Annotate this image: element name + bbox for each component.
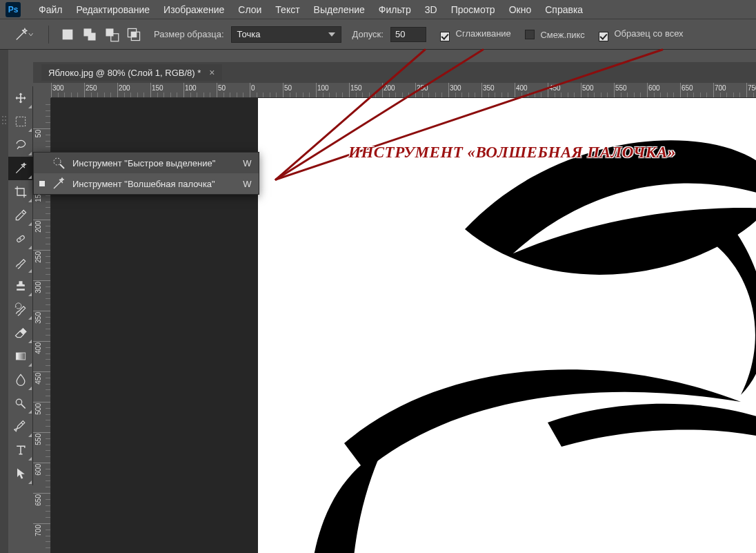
svg-rect-14 — [16, 117, 25, 126]
contiguous-option[interactable]: Смеж.пикс — [525, 28, 585, 40]
close-icon[interactable]: × — [209, 67, 215, 78]
app-icon: Ps — [6, 2, 21, 17]
svg-point-13 — [5, 123, 6, 124]
svg-rect-3 — [106, 28, 113, 36]
separator — [48, 26, 49, 43]
menu-window[interactable]: Окно — [502, 2, 539, 17]
antialias-label: Сглаживание — [456, 28, 511, 39]
tool-magic-wand[interactable] — [8, 157, 33, 180]
flyout-marker — [39, 160, 45, 166]
quick-selection-icon — [52, 156, 66, 170]
sample-all-option[interactable]: Образец со всех — [599, 28, 684, 40]
antialias-checkbox[interactable] — [440, 32, 450, 41]
tool-eyedropper[interactable] — [8, 204, 33, 227]
document-area: Яблоко.jpg @ 80% (Слой 1, RGB/8) * × 300… — [33, 62, 756, 553]
menu-select[interactable]: Выделение — [307, 2, 372, 17]
tolerance-input[interactable] — [390, 27, 426, 42]
annotation-text: ИНСТРУМЕНТ «ВОЛШЕБНАЯ ПАЛОЧКА» — [348, 144, 676, 162]
tool-path-select[interactable] — [8, 462, 33, 485]
menu-edit[interactable]: Редактирование — [69, 2, 157, 17]
flyout-item-label: Инструмент "Волшебная палочка" — [72, 179, 215, 189]
svg-rect-16 — [16, 353, 25, 360]
horizontal-ruler: 3002502001501005005010015020025030035040… — [51, 83, 756, 98]
tool-type[interactable] — [8, 438, 33, 462]
sample-size-label: Размер образца: — [154, 29, 224, 39]
svg-rect-2 — [88, 32, 96, 40]
magic-wand-icon — [14, 26, 30, 43]
tool-eraser[interactable] — [8, 321, 33, 345]
selection-subtract-icon[interactable] — [104, 27, 119, 42]
tool-lasso[interactable] — [8, 133, 33, 157]
tool-move[interactable] — [8, 86, 33, 110]
contiguous-checkbox[interactable] — [525, 30, 535, 39]
tab-strip: Яблоко.jpg @ 80% (Слой 1, RGB/8) * × — [33, 62, 756, 83]
sample-all-checkbox[interactable] — [599, 32, 608, 41]
tool-healing[interactable] — [8, 227, 33, 251]
flyout-marker — [39, 181, 45, 186]
menu-3d[interactable]: 3D — [418, 2, 444, 17]
magic-wand-icon — [52, 177, 66, 191]
flyout-shortcut: W — [222, 158, 251, 168]
flyout-item-magic-wand[interactable]: Инструмент "Волшебная палочка" W — [34, 173, 259, 194]
menu-view[interactable]: Просмотр — [444, 2, 502, 17]
tool-history-brush[interactable] — [8, 298, 33, 321]
tool-flyout: Инструмент "Быстрое выделение" W Инструм… — [33, 152, 259, 195]
sample-size-dropdown[interactable]: Точка — [231, 26, 341, 43]
flyout-item-label: Инструмент "Быстрое выделение" — [72, 158, 215, 168]
tool-gradient[interactable] — [8, 345, 33, 368]
flyout-item-quick-selection[interactable]: Инструмент "Быстрое выделение" W — [34, 153, 259, 173]
contiguous-label: Смеж.пикс — [540, 30, 584, 40]
document-tab-title: Яблоко.jpg @ 80% (Слой 1, RGB/8) * — [48, 68, 201, 78]
chevron-down-icon — [28, 32, 34, 37]
tool-preset[interactable] — [14, 25, 33, 44]
tool-brush[interactable] — [8, 251, 33, 274]
menu-image[interactable]: Изображение — [157, 2, 231, 17]
selection-new-icon[interactable] — [60, 27, 75, 42]
svg-rect-0 — [63, 29, 73, 39]
menu-type[interactable]: Текст — [268, 2, 306, 17]
menu-layers[interactable]: Слои — [231, 2, 268, 17]
sample-all-label: Образец со всех — [614, 28, 683, 39]
selection-add-icon[interactable] — [82, 27, 97, 42]
svg-point-12 — [2, 123, 3, 124]
menu-bar: Ps Файл Редактирование Изображение Слои … — [0, 0, 756, 19]
document-tab[interactable]: Яблоко.jpg @ 80% (Слой 1, RGB/8) * × — [41, 64, 222, 81]
menu-help[interactable]: Справка — [538, 2, 590, 17]
options-bar: Размер образца: Точка Допуск: Сглаживани… — [0, 19, 756, 50]
canvas[interactable] — [258, 98, 756, 553]
tool-dodge[interactable] — [8, 391, 33, 415]
tolerance-label: Допуск: — [352, 29, 384, 39]
selection-intersect-icon[interactable] — [126, 27, 141, 42]
tool-pen[interactable] — [8, 415, 33, 438]
flyout-shortcut: W — [222, 179, 251, 189]
svg-point-18 — [54, 158, 61, 165]
svg-point-9 — [5, 116, 6, 117]
svg-rect-7 — [131, 32, 136, 37]
antialias-option[interactable]: Сглаживание — [440, 28, 511, 40]
menu-file[interactable]: Файл — [32, 2, 69, 17]
menu-filter[interactable]: Фильтр — [372, 2, 418, 17]
tool-stamp[interactable] — [8, 274, 33, 298]
tool-blur[interactable] — [8, 368, 33, 391]
svg-point-10 — [2, 119, 3, 121]
tool-marquee[interactable] — [8, 110, 33, 133]
svg-point-17 — [16, 399, 21, 405]
svg-point-8 — [2, 116, 3, 117]
apple-artwork — [258, 98, 756, 553]
grip-icon — [1, 115, 7, 125]
svg-point-11 — [5, 119, 6, 121]
toolbox — [8, 86, 33, 485]
tool-crop[interactable] — [8, 180, 33, 204]
side-strip — [0, 50, 8, 553]
